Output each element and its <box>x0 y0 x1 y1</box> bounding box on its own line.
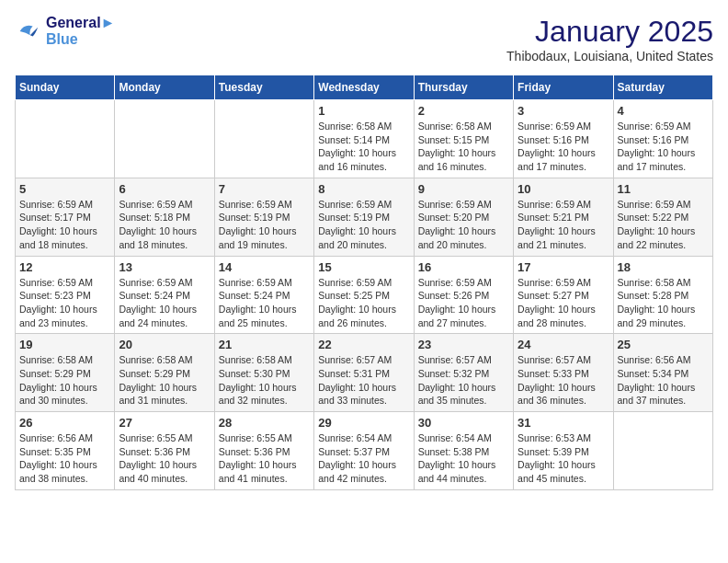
day-info: Sunrise: 6:58 AMSunset: 5:29 PMDaylight:… <box>19 353 110 408</box>
day-info: Sunrise: 6:57 AMSunset: 5:31 PMDaylight:… <box>318 353 409 408</box>
day-info: Sunrise: 6:58 AMSunset: 5:14 PMDaylight:… <box>318 120 409 174</box>
calendar-cell: 19 Sunrise: 6:58 AMSunset: 5:29 PMDaylig… <box>16 334 115 412</box>
day-number: 8 <box>318 182 409 196</box>
day-number: 4 <box>618 104 709 118</box>
location: Thibodaux, Louisiana, United States <box>506 49 713 63</box>
calendar-cell <box>16 100 115 178</box>
day-number: 10 <box>518 182 609 196</box>
calendar-cell: 28 Sunrise: 6:55 AMSunset: 5:36 PMDaylig… <box>214 412 313 490</box>
calendar-cell: 14 Sunrise: 6:59 AMSunset: 5:24 PMDaylig… <box>214 256 313 334</box>
day-number: 27 <box>119 416 210 430</box>
day-info: Sunrise: 6:59 AMSunset: 5:26 PMDaylight:… <box>418 276 509 330</box>
calendar-cell: 10 Sunrise: 6:59 AMSunset: 5:21 PMDaylig… <box>514 178 613 256</box>
day-number: 1 <box>318 104 409 118</box>
page-header: General► Blue January 2025 Thibodaux, Lo… <box>15 15 713 63</box>
day-number: 9 <box>418 182 509 196</box>
day-info: Sunrise: 6:54 AMSunset: 5:38 PMDaylight:… <box>418 431 509 486</box>
day-info: Sunrise: 6:55 AMSunset: 5:36 PMDaylight:… <box>219 431 310 486</box>
day-info: Sunrise: 6:59 AMSunset: 5:27 PMDaylight:… <box>518 276 609 330</box>
day-info: Sunrise: 6:59 AMSunset: 5:17 PMDaylight:… <box>19 198 110 252</box>
calendar-cell <box>613 412 712 490</box>
day-number: 25 <box>618 338 709 351</box>
day-number: 12 <box>19 260 110 274</box>
day-info: Sunrise: 6:59 AMSunset: 5:21 PMDaylight:… <box>518 198 609 252</box>
header-saturday: Saturday <box>613 75 712 100</box>
calendar-cell: 2 Sunrise: 6:58 AMSunset: 5:15 PMDayligh… <box>414 100 513 178</box>
day-info: Sunrise: 6:59 AMSunset: 5:25 PMDaylight:… <box>318 276 409 330</box>
month-title: January 2025 <box>506 15 713 49</box>
day-info: Sunrise: 6:58 AMSunset: 5:15 PMDaylight:… <box>418 120 509 174</box>
day-number: 16 <box>418 260 509 274</box>
day-info: Sunrise: 6:59 AMSunset: 5:23 PMDaylight:… <box>19 276 110 330</box>
logo-icon <box>15 18 40 44</box>
day-number: 29 <box>318 416 409 430</box>
day-info: Sunrise: 6:59 AMSunset: 5:24 PMDaylight:… <box>219 276 310 330</box>
calendar-cell: 30 Sunrise: 6:54 AMSunset: 5:38 PMDaylig… <box>414 412 513 490</box>
logo: General► Blue <box>15 15 115 48</box>
day-info: Sunrise: 6:59 AMSunset: 5:19 PMDaylight:… <box>219 198 310 252</box>
calendar-cell: 22 Sunrise: 6:57 AMSunset: 5:31 PMDaylig… <box>314 334 414 412</box>
day-number: 2 <box>418 104 509 118</box>
day-number: 30 <box>418 416 509 430</box>
day-info: Sunrise: 6:59 AMSunset: 5:16 PMDaylight:… <box>618 120 709 174</box>
calendar-cell: 8 Sunrise: 6:59 AMSunset: 5:19 PMDayligh… <box>314 178 414 256</box>
day-info: Sunrise: 6:58 AMSunset: 5:30 PMDaylight:… <box>219 353 310 408</box>
calendar-cell: 12 Sunrise: 6:59 AMSunset: 5:23 PMDaylig… <box>16 256 115 334</box>
day-number: 26 <box>19 416 110 430</box>
header-friday: Friday <box>514 75 613 100</box>
day-number: 5 <box>19 182 110 196</box>
header-wednesday: Wednesday <box>314 75 414 100</box>
calendar-cell: 17 Sunrise: 6:59 AMSunset: 5:27 PMDaylig… <box>514 256 613 334</box>
calendar-week-3: 12 Sunrise: 6:59 AMSunset: 5:23 PMDaylig… <box>16 256 713 334</box>
day-info: Sunrise: 6:59 AMSunset: 5:22 PMDaylight:… <box>618 198 709 252</box>
header-monday: Monday <box>115 75 214 100</box>
calendar-cell: 4 Sunrise: 6:59 AMSunset: 5:16 PMDayligh… <box>613 100 712 178</box>
days-header-row: Sunday Monday Tuesday Wednesday Thursday… <box>16 75 713 100</box>
day-number: 13 <box>119 260 210 274</box>
calendar-cell: 15 Sunrise: 6:59 AMSunset: 5:25 PMDaylig… <box>314 256 414 334</box>
calendar-week-1: 1 Sunrise: 6:58 AMSunset: 5:14 PMDayligh… <box>16 100 713 178</box>
calendar-week-4: 19 Sunrise: 6:58 AMSunset: 5:29 PMDaylig… <box>16 334 713 412</box>
calendar-table: Sunday Monday Tuesday Wednesday Thursday… <box>15 75 713 490</box>
day-info: Sunrise: 6:59 AMSunset: 5:16 PMDaylight:… <box>518 120 609 174</box>
calendar-cell: 26 Sunrise: 6:56 AMSunset: 5:35 PMDaylig… <box>16 412 115 490</box>
day-info: Sunrise: 6:53 AMSunset: 5:39 PMDaylight:… <box>518 431 609 486</box>
calendar-cell: 21 Sunrise: 6:58 AMSunset: 5:30 PMDaylig… <box>214 334 313 412</box>
calendar-cell: 13 Sunrise: 6:59 AMSunset: 5:24 PMDaylig… <box>115 256 214 334</box>
calendar-cell: 29 Sunrise: 6:54 AMSunset: 5:37 PMDaylig… <box>314 412 414 490</box>
day-number: 31 <box>518 416 609 430</box>
header-sunday: Sunday <box>16 75 115 100</box>
calendar-cell: 31 Sunrise: 6:53 AMSunset: 5:39 PMDaylig… <box>514 412 613 490</box>
day-info: Sunrise: 6:54 AMSunset: 5:37 PMDaylight:… <box>318 431 409 486</box>
day-number: 22 <box>318 338 409 351</box>
header-tuesday: Tuesday <box>214 75 313 100</box>
logo-text: General► Blue <box>46 15 115 48</box>
day-number: 20 <box>119 338 210 351</box>
day-info: Sunrise: 6:58 AMSunset: 5:29 PMDaylight:… <box>119 353 210 408</box>
day-number: 21 <box>219 338 310 351</box>
calendar-week-5: 26 Sunrise: 6:56 AMSunset: 5:35 PMDaylig… <box>16 412 713 490</box>
day-info: Sunrise: 6:55 AMSunset: 5:36 PMDaylight:… <box>119 431 210 486</box>
calendar-cell: 1 Sunrise: 6:58 AMSunset: 5:14 PMDayligh… <box>314 100 414 178</box>
day-info: Sunrise: 6:57 AMSunset: 5:32 PMDaylight:… <box>418 353 509 408</box>
calendar-cell <box>214 100 313 178</box>
day-number: 28 <box>219 416 310 430</box>
day-number: 14 <box>219 260 310 274</box>
day-info: Sunrise: 6:59 AMSunset: 5:24 PMDaylight:… <box>119 276 210 330</box>
day-number: 18 <box>618 260 709 274</box>
calendar-cell: 16 Sunrise: 6:59 AMSunset: 5:26 PMDaylig… <box>414 256 513 334</box>
day-number: 19 <box>19 338 110 351</box>
day-info: Sunrise: 6:56 AMSunset: 5:34 PMDaylight:… <box>618 353 709 408</box>
day-number: 23 <box>418 338 509 351</box>
calendar-cell <box>115 100 214 178</box>
calendar-cell: 11 Sunrise: 6:59 AMSunset: 5:22 PMDaylig… <box>613 178 712 256</box>
calendar-cell: 9 Sunrise: 6:59 AMSunset: 5:20 PMDayligh… <box>414 178 513 256</box>
calendar-cell: 27 Sunrise: 6:55 AMSunset: 5:36 PMDaylig… <box>115 412 214 490</box>
calendar-cell: 25 Sunrise: 6:56 AMSunset: 5:34 PMDaylig… <box>613 334 712 412</box>
day-number: 3 <box>518 104 609 118</box>
title-block: January 2025 Thibodaux, Louisiana, Unite… <box>506 15 713 63</box>
calendar-cell: 20 Sunrise: 6:58 AMSunset: 5:29 PMDaylig… <box>115 334 214 412</box>
day-number: 11 <box>618 182 709 196</box>
day-info: Sunrise: 6:58 AMSunset: 5:28 PMDaylight:… <box>618 276 709 330</box>
calendar-week-2: 5 Sunrise: 6:59 AMSunset: 5:17 PMDayligh… <box>16 178 713 256</box>
